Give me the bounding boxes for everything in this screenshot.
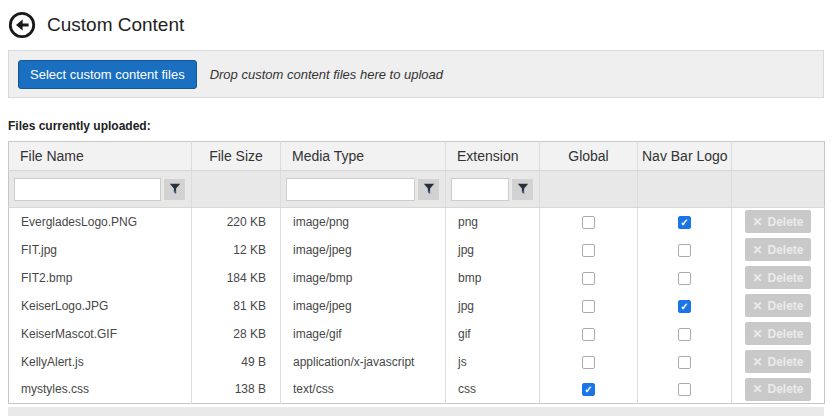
cell-media: image/jpeg (281, 292, 446, 320)
cell-actions: ✕Delete (732, 348, 825, 376)
cell-media: image/png (281, 208, 446, 236)
cell-navbar (638, 236, 732, 264)
cell-navbar (638, 376, 732, 404)
filter-cell-navbar (638, 171, 732, 208)
cell-ext: js (446, 348, 540, 376)
delete-button-label: Delete (768, 243, 804, 257)
delete-button[interactable]: ✕Delete (745, 238, 811, 261)
global-checkbox[interactable] (582, 328, 595, 341)
navbar-checkbox[interactable]: ✓ (678, 300, 691, 313)
table-row: KeiserMascot.GIF28 KBimage/gifgif✕Delete (9, 320, 825, 348)
x-icon: ✕ (752, 271, 762, 285)
cell-navbar (638, 348, 732, 376)
table-row: KellyAlert.js49 Bapplication/x-javascrip… (9, 348, 825, 376)
cell-actions: ✕Delete (732, 264, 825, 292)
global-checkbox[interactable] (582, 216, 595, 229)
back-button[interactable] (8, 11, 36, 39)
table-row: KeiserLogo.JPG81 KBimage/jpegjpg✓✕Delete (9, 292, 825, 320)
x-icon: ✕ (752, 382, 762, 396)
cell-name: KeiserLogo.JPG (9, 292, 192, 320)
upload-dropzone[interactable]: Select custom content files Drop custom … (8, 50, 824, 98)
select-files-button[interactable]: Select custom content files (18, 60, 197, 89)
global-checkbox[interactable] (582, 272, 595, 285)
delete-button-label: Delete (768, 355, 804, 369)
cell-media: image/jpeg (281, 236, 446, 264)
delete-button[interactable]: ✕Delete (745, 210, 811, 233)
column-header-name[interactable]: File Name (9, 142, 192, 171)
navbar-checkbox[interactable] (678, 383, 691, 396)
filter-button-media[interactable] (417, 178, 440, 201)
filter-cell-name (9, 171, 192, 208)
filter-cell-global (540, 171, 638, 208)
cell-size: 81 KB (192, 292, 281, 320)
cell-media: image/bmp (281, 264, 446, 292)
cell-actions: ✕Delete (732, 292, 825, 320)
delete-button-label: Delete (768, 271, 804, 285)
cell-media: text/css (281, 376, 446, 404)
x-icon: ✕ (752, 243, 762, 257)
delete-button[interactable]: ✕Delete (745, 378, 811, 401)
cell-name: FIT2.bmp (9, 264, 192, 292)
navbar-checkbox[interactable] (678, 356, 691, 369)
files-table: File NameFile SizeMedia TypeExtensionGlo… (8, 141, 825, 404)
filter-input-ext[interactable] (451, 178, 509, 201)
cell-ext: png (446, 208, 540, 236)
filter-button-ext[interactable] (511, 178, 534, 201)
delete-button-label: Delete (768, 299, 804, 313)
filter-input-media[interactable] (286, 178, 415, 201)
cell-actions: ✕Delete (732, 320, 825, 348)
filter-cell-actions (732, 171, 825, 208)
filter-button-name[interactable] (163, 178, 186, 201)
filter-row (9, 171, 825, 208)
cell-ext: css (446, 376, 540, 404)
delete-button[interactable]: ✕Delete (745, 294, 811, 317)
filter-cell-size (192, 171, 281, 208)
global-checkbox[interactable] (582, 244, 595, 257)
page-title: Custom Content (47, 14, 184, 36)
delete-button[interactable]: ✕Delete (745, 322, 811, 345)
cell-navbar: ✓ (638, 208, 732, 236)
cell-size: 138 B (192, 376, 281, 404)
table-footer-strip (8, 407, 824, 416)
cell-actions: ✕Delete (732, 236, 825, 264)
cell-media: application/x-javascript (281, 348, 446, 376)
cell-global: ✓ (540, 376, 638, 404)
navbar-checkbox[interactable] (678, 328, 691, 341)
cell-ext: jpg (446, 292, 540, 320)
funnel-icon (169, 183, 181, 195)
cell-size: 49 B (192, 348, 281, 376)
arrow-left-circle-icon (8, 11, 36, 39)
filter-cell-ext (446, 171, 540, 208)
filter-input-name[interactable] (14, 178, 161, 201)
navbar-checkbox[interactable] (678, 244, 691, 257)
cell-global (540, 348, 638, 376)
global-checkbox[interactable] (582, 300, 595, 313)
cell-global (540, 264, 638, 292)
table-row: EvergladesLogo.PNG220 KBimage/pngpng✓✕De… (9, 208, 825, 236)
navbar-checkbox[interactable] (678, 272, 691, 285)
cell-ext: bmp (446, 264, 540, 292)
column-header-size[interactable]: File Size (192, 142, 281, 171)
column-header-actions (732, 142, 825, 171)
navbar-checkbox[interactable]: ✓ (678, 216, 691, 229)
column-header-global[interactable]: Global (540, 142, 638, 171)
cell-navbar: ✓ (638, 292, 732, 320)
cell-ext: gif (446, 320, 540, 348)
cell-global (540, 292, 638, 320)
cell-size: 220 KB (192, 208, 281, 236)
cell-global (540, 236, 638, 264)
delete-button[interactable]: ✕Delete (745, 266, 811, 289)
global-checkbox[interactable] (582, 356, 595, 369)
global-checkbox[interactable]: ✓ (582, 383, 595, 396)
column-header-ext[interactable]: Extension (446, 142, 540, 171)
cell-navbar (638, 320, 732, 348)
cell-name: EvergladesLogo.PNG (9, 208, 192, 236)
delete-button[interactable]: ✕Delete (745, 350, 811, 373)
table-row: mystyles.css138 Btext/csscss✓✕Delete (9, 376, 825, 404)
page-header: Custom Content (8, 10, 824, 40)
delete-button-label: Delete (768, 327, 804, 341)
column-header-media[interactable]: Media Type (281, 142, 446, 171)
x-icon: ✕ (752, 327, 762, 341)
column-header-navbar[interactable]: Nav Bar Logo (638, 142, 732, 171)
x-icon: ✕ (752, 299, 762, 313)
